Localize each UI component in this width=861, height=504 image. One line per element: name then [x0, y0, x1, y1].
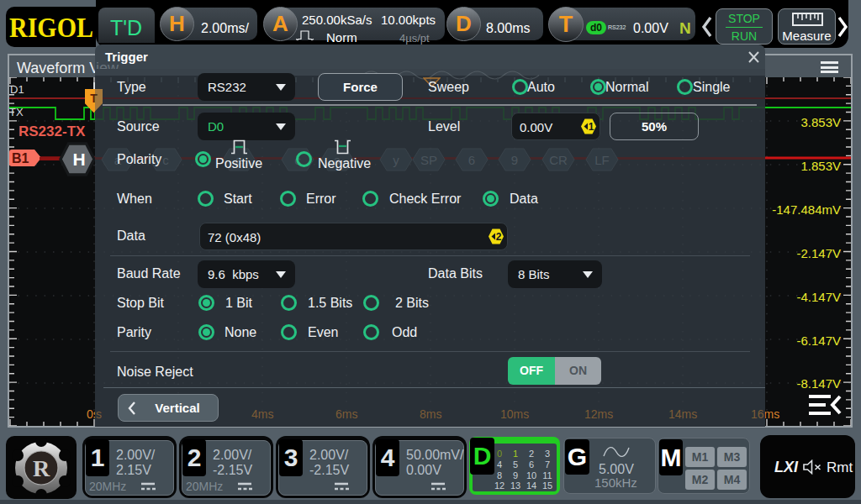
svg-text:1: 1: [589, 121, 594, 133]
svg-text:y: y: [393, 153, 399, 167]
svg-text:6: 6: [468, 153, 475, 167]
svg-text:SP: SP: [420, 153, 437, 167]
svg-text:9: 9: [511, 153, 518, 167]
svg-text:2: 2: [496, 231, 502, 243]
svg-text:H: H: [72, 150, 85, 169]
svg-text:c: c: [162, 153, 169, 167]
svg-text:R: R: [33, 455, 50, 481]
svg-text:LF: LF: [594, 153, 610, 167]
svg-text:T: T: [90, 92, 95, 105]
svg-text:CR: CR: [549, 153, 568, 167]
